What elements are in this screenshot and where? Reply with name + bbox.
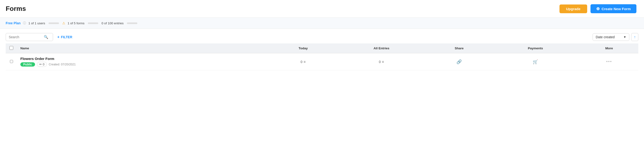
filter-label: FILTER bbox=[61, 35, 72, 39]
page-header: Forms Upgrade ⊕ Create New Form bbox=[0, 0, 644, 18]
plan-bar: Free Plan ⓘ 1 of 1 users ⚠ 1 of 5 forms … bbox=[0, 18, 644, 29]
row-checkbox[interactable] bbox=[10, 60, 13, 63]
filter-button[interactable]: + FILTER bbox=[57, 34, 72, 40]
search-icon: 🔍 bbox=[44, 35, 48, 39]
edit-count: 0 bbox=[43, 63, 44, 66]
sort-direction-button[interactable]: ↑ bbox=[631, 33, 638, 41]
select-all-checkbox[interactable] bbox=[10, 46, 13, 50]
entries-value: 0 bbox=[379, 60, 381, 64]
upgrade-button[interactable]: Upgrade bbox=[560, 4, 587, 13]
create-form-label: Create New Form bbox=[602, 7, 631, 11]
page-title: Forms bbox=[6, 5, 26, 12]
users-progress-bar bbox=[48, 22, 59, 24]
list-icon-today: ≡ bbox=[304, 60, 306, 64]
sort-up-icon: ↑ bbox=[634, 35, 636, 39]
sort-label: Date created bbox=[596, 35, 615, 39]
entries-count: 0 of 100 entries bbox=[102, 21, 124, 25]
plan-label: Free Plan bbox=[6, 21, 20, 25]
filter-plus-icon: + bbox=[57, 35, 60, 39]
today-value: 0 bbox=[301, 60, 302, 64]
created-date: Created: 07/20/2021 bbox=[49, 63, 76, 66]
row-name-cell: Flowers Order Form Public ✏ 0 Created: 0… bbox=[17, 53, 271, 70]
create-form-button[interactable]: ⊕ Create New Form bbox=[590, 4, 636, 13]
list-icon-entries: ≡ bbox=[382, 60, 384, 64]
share-icon[interactable]: 🔗 bbox=[456, 60, 462, 64]
today-count: 0 ≡ bbox=[274, 60, 332, 64]
col-name: Name bbox=[17, 43, 271, 53]
plus-circle-icon: ⊕ bbox=[596, 7, 600, 11]
row-payments-cell[interactable]: 🛒 bbox=[491, 53, 580, 70]
row-checkbox-cell bbox=[6, 53, 17, 70]
sort-select[interactable]: Date created ▼ bbox=[592, 33, 629, 41]
checkbox-header bbox=[6, 43, 17, 53]
entries-count: 0 ≡ bbox=[339, 60, 424, 64]
row-today-cell: 0 ≡ bbox=[271, 53, 336, 70]
table-wrap: Name Today All Entries Share Payments Mo… bbox=[0, 43, 644, 70]
row-more-cell[interactable]: ••• bbox=[580, 53, 638, 70]
info-icon[interactable]: ⓘ bbox=[23, 21, 26, 25]
forms-table: Name Today All Entries Share Payments Mo… bbox=[6, 43, 638, 70]
status-badge[interactable]: Public bbox=[20, 62, 35, 67]
col-today: Today bbox=[271, 43, 336, 53]
forms-progress-bar bbox=[88, 22, 98, 24]
more-icon[interactable]: ••• bbox=[606, 59, 612, 64]
form-name: Flowers Order Form bbox=[20, 57, 268, 61]
col-share: Share bbox=[427, 43, 491, 53]
warning-icon: ⚠ bbox=[62, 21, 65, 25]
toolbar: 🔍 + FILTER Date created ▼ ↑ bbox=[0, 29, 644, 43]
edit-badge[interactable]: ✏ 0 bbox=[37, 62, 47, 67]
col-more: More bbox=[580, 43, 638, 53]
col-all-entries: All Entries bbox=[336, 43, 427, 53]
forms-count: 1 of 5 forms bbox=[68, 21, 84, 25]
pencil-icon: ✏ bbox=[39, 63, 42, 66]
row-share-cell[interactable]: 🔗 bbox=[427, 53, 491, 70]
col-payments: Payments bbox=[491, 43, 580, 53]
entries-progress-bar bbox=[127, 22, 137, 24]
chevron-down-icon: ▼ bbox=[624, 35, 626, 39]
search-box[interactable]: 🔍 bbox=[6, 33, 53, 41]
cart-icon[interactable]: 🛒 bbox=[533, 60, 538, 64]
table-row: Flowers Order Form Public ✏ 0 Created: 0… bbox=[6, 53, 638, 70]
header-actions: Upgrade ⊕ Create New Form bbox=[560, 4, 636, 13]
search-input[interactable] bbox=[9, 35, 42, 39]
table-header-row: Name Today All Entries Share Payments Mo… bbox=[6, 43, 638, 53]
users-count: 1 of 1 users bbox=[28, 21, 45, 25]
toolbar-left: 🔍 + FILTER bbox=[6, 33, 72, 41]
form-meta: Public ✏ 0 Created: 07/20/2021 bbox=[20, 62, 268, 67]
row-entries-cell: 0 ≡ bbox=[336, 53, 427, 70]
toolbar-right: Date created ▼ ↑ bbox=[592, 33, 638, 41]
